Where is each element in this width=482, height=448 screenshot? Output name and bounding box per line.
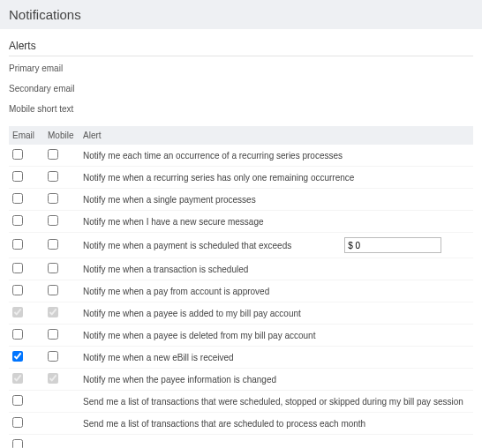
table-row: Notify me when a payment is scheduled th… bbox=[9, 233, 473, 258]
email-checkbox[interactable] bbox=[12, 285, 23, 295]
alert-text: Notify me when I have a new secure messa… bbox=[79, 211, 473, 233]
col-header-email: Email bbox=[9, 126, 44, 145]
alert-text bbox=[79, 435, 473, 449]
mobile-checkbox[interactable] bbox=[48, 215, 58, 226]
alert-text: Notify me when a new eBill is received bbox=[79, 347, 473, 369]
mobile-checkbox[interactable] bbox=[48, 351, 58, 362]
email-checkbox bbox=[12, 373, 23, 384]
table-row: Notify me when a single payment processe… bbox=[9, 189, 473, 211]
table-row: Notify me each time an occurrence of a r… bbox=[9, 145, 473, 167]
mobile-checkbox[interactable] bbox=[48, 329, 58, 340]
alert-text: Notify me when a single payment processe… bbox=[79, 189, 473, 211]
table-row: Notify me when I have a new secure messa… bbox=[9, 211, 473, 233]
alert-text: Notify me when a pay from account is app… bbox=[79, 280, 473, 302]
mobile-checkbox bbox=[48, 373, 58, 384]
email-checkbox[interactable] bbox=[12, 329, 23, 340]
alert-text: Notify me when the payee information is … bbox=[79, 369, 473, 391]
secondary-email-label: Secondary email bbox=[9, 78, 473, 99]
table-row: Notify me when a payee is added to my bi… bbox=[9, 302, 473, 325]
mobile-checkbox[interactable] bbox=[48, 239, 58, 250]
table-row: Notify me when a recurring series has on… bbox=[9, 167, 473, 189]
email-checkbox[interactable] bbox=[12, 417, 23, 428]
email-checkbox bbox=[12, 307, 23, 317]
table-row: Notify me when the payee information is … bbox=[9, 369, 473, 391]
email-checkbox[interactable] bbox=[12, 239, 23, 250]
alert-text: Notify me when a payee is added to my bi… bbox=[79, 302, 473, 325]
table-row: Send me a list of transactions that were… bbox=[9, 391, 473, 413]
alert-text: Notify me when a transaction is schedule… bbox=[79, 258, 473, 280]
mobile-checkbox[interactable] bbox=[48, 171, 58, 182]
amount-input[interactable] bbox=[344, 237, 441, 253]
email-checkbox[interactable] bbox=[12, 351, 23, 362]
table-row: Notify me when a payee is deleted from m… bbox=[9, 325, 473, 347]
email-checkbox[interactable] bbox=[12, 395, 23, 406]
alert-text: Notify me when a recurring series has on… bbox=[79, 167, 473, 189]
alerts-section: Alerts Primary email Secondary email Mob… bbox=[0, 29, 482, 119]
page-title: Notifications bbox=[0, 0, 482, 29]
mobile-checkbox[interactable] bbox=[48, 149, 58, 160]
alert-text: Send me a list of transactions that were… bbox=[79, 391, 473, 413]
primary-email-label: Primary email bbox=[9, 58, 473, 78]
table-row bbox=[9, 435, 473, 449]
mobile-checkbox bbox=[48, 307, 58, 317]
mobile-short-text-label: Mobile short text bbox=[9, 99, 473, 119]
alert-text: Send me a list of transactions that are … bbox=[79, 413, 473, 435]
email-checkbox[interactable] bbox=[12, 193, 23, 204]
table-row: Notify me when a pay from account is app… bbox=[9, 280, 473, 302]
mobile-checkbox[interactable] bbox=[48, 263, 58, 273]
table-row: Notify me when a transaction is schedule… bbox=[9, 258, 473, 280]
mobile-checkbox[interactable] bbox=[48, 193, 58, 204]
col-header-alert: Alert bbox=[79, 126, 473, 145]
alert-text: Notify me when a payee is deleted from m… bbox=[79, 325, 473, 347]
email-checkbox[interactable] bbox=[12, 439, 23, 448]
mobile-checkbox[interactable] bbox=[48, 285, 58, 295]
email-checkbox[interactable] bbox=[12, 171, 23, 182]
alert-text: Notify me each time an occurrence of a r… bbox=[79, 145, 473, 167]
table-row: Send me a list of transactions that are … bbox=[9, 413, 473, 435]
email-checkbox[interactable] bbox=[12, 263, 23, 273]
email-checkbox[interactable] bbox=[12, 215, 23, 226]
alerts-table: Email Mobile Alert Notify me each time a… bbox=[9, 126, 473, 448]
col-header-mobile: Mobile bbox=[44, 126, 79, 145]
table-row: Notify me when a new eBill is received bbox=[9, 347, 473, 369]
email-checkbox[interactable] bbox=[12, 149, 23, 160]
alerts-heading: Alerts bbox=[9, 34, 473, 56]
alert-text: Notify me when a payment is scheduled th… bbox=[83, 241, 291, 250]
